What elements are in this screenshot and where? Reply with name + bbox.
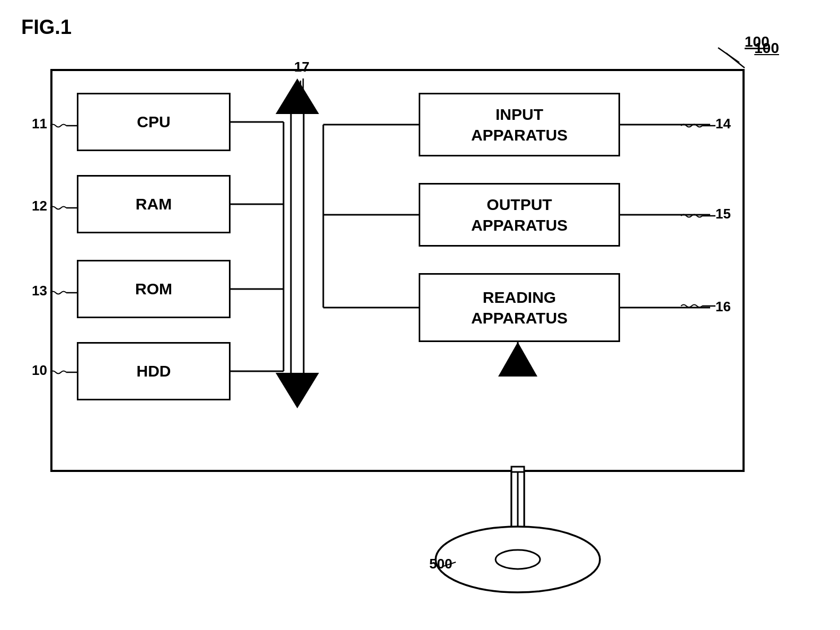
rom-label: ROM	[135, 280, 172, 298]
cpu-box: CPU	[77, 93, 231, 151]
svg-text:500: 500	[429, 556, 452, 572]
input-apparatus-label: INPUT	[496, 104, 543, 125]
svg-line-0	[726, 53, 745, 68]
svg-text:13: 13	[32, 283, 47, 299]
reading-apparatus-label: READING	[483, 287, 556, 308]
svg-rect-19	[511, 472, 524, 541]
hdd-label: HDD	[137, 362, 171, 380]
output-apparatus-box: OUTPUT APPARATUS	[419, 183, 620, 247]
svg-line-38	[443, 562, 456, 566]
svg-point-22	[436, 527, 600, 592]
figure-label: FIG.1	[21, 16, 72, 39]
diagram-container: FIG.1 100	[0, 0, 840, 630]
svg-text:12: 12	[32, 198, 47, 214]
reading-apparatus-label2: APPARATUS	[471, 308, 568, 328]
input-apparatus-label2: APPARATUS	[471, 125, 568, 145]
output-apparatus-label: OUTPUT	[487, 194, 552, 215]
cpu-label: CPU	[137, 113, 170, 131]
output-apparatus-label2: APPARATUS	[471, 215, 568, 235]
hdd-box: HDD	[77, 342, 231, 400]
svg-text:10: 10	[32, 362, 47, 378]
system-ref-label: 100	[754, 40, 779, 57]
ram-box: RAM	[77, 175, 231, 233]
input-apparatus-box: INPUT APPARATUS	[419, 93, 620, 156]
ram-label: RAM	[136, 195, 172, 213]
svg-point-23	[496, 550, 540, 569]
svg-line-39	[718, 48, 739, 63]
reading-apparatus-box: READING APPARATUS	[419, 273, 620, 342]
svg-text:11: 11	[32, 116, 47, 132]
svg-rect-17	[511, 467, 524, 541]
rom-box: ROM	[77, 260, 231, 318]
